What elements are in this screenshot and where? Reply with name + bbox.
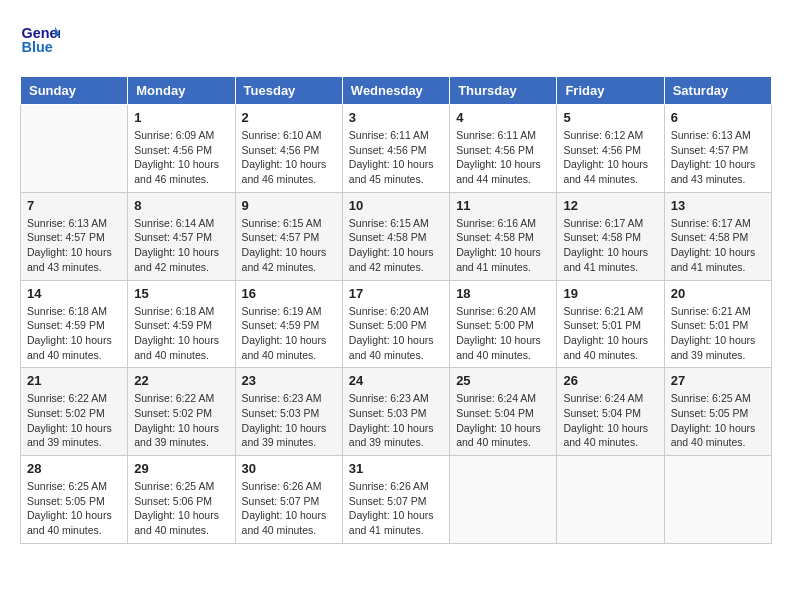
calendar-week-3: 14Sunrise: 6:18 AMSunset: 4:59 PMDayligh…	[21, 280, 772, 368]
day-info: Sunrise: 6:12 AMSunset: 4:56 PMDaylight:…	[563, 128, 657, 187]
calendar-table: SundayMondayTuesdayWednesdayThursdayFrid…	[20, 76, 772, 544]
day-info: Sunrise: 6:15 AMSunset: 4:57 PMDaylight:…	[242, 216, 336, 275]
day-of-week-sunday: Sunday	[21, 77, 128, 105]
day-number: 19	[563, 286, 657, 301]
day-number: 28	[27, 461, 121, 476]
calendar-week-4: 21Sunrise: 6:22 AMSunset: 5:02 PMDayligh…	[21, 368, 772, 456]
day-number: 26	[563, 373, 657, 388]
calendar-cell: 25Sunrise: 6:24 AMSunset: 5:04 PMDayligh…	[450, 368, 557, 456]
calendar-cell	[450, 456, 557, 544]
day-number: 6	[671, 110, 765, 125]
day-info: Sunrise: 6:11 AMSunset: 4:56 PMDaylight:…	[456, 128, 550, 187]
day-info: Sunrise: 6:19 AMSunset: 4:59 PMDaylight:…	[242, 304, 336, 363]
calendar-cell: 30Sunrise: 6:26 AMSunset: 5:07 PMDayligh…	[235, 456, 342, 544]
day-info: Sunrise: 6:22 AMSunset: 5:02 PMDaylight:…	[27, 391, 121, 450]
day-number: 21	[27, 373, 121, 388]
calendar-cell: 5Sunrise: 6:12 AMSunset: 4:56 PMDaylight…	[557, 105, 664, 193]
day-info: Sunrise: 6:16 AMSunset: 4:58 PMDaylight:…	[456, 216, 550, 275]
calendar-cell: 18Sunrise: 6:20 AMSunset: 5:00 PMDayligh…	[450, 280, 557, 368]
calendar-cell: 3Sunrise: 6:11 AMSunset: 4:56 PMDaylight…	[342, 105, 449, 193]
day-info: Sunrise: 6:13 AMSunset: 4:57 PMDaylight:…	[671, 128, 765, 187]
day-info: Sunrise: 6:26 AMSunset: 5:07 PMDaylight:…	[349, 479, 443, 538]
calendar-cell	[557, 456, 664, 544]
day-number: 14	[27, 286, 121, 301]
day-info: Sunrise: 6:18 AMSunset: 4:59 PMDaylight:…	[134, 304, 228, 363]
day-number: 20	[671, 286, 765, 301]
day-number: 22	[134, 373, 228, 388]
calendar-cell: 2Sunrise: 6:10 AMSunset: 4:56 PMDaylight…	[235, 105, 342, 193]
day-number: 29	[134, 461, 228, 476]
day-info: Sunrise: 6:22 AMSunset: 5:02 PMDaylight:…	[134, 391, 228, 450]
calendar-body: 1Sunrise: 6:09 AMSunset: 4:56 PMDaylight…	[21, 105, 772, 544]
day-info: Sunrise: 6:13 AMSunset: 4:57 PMDaylight:…	[27, 216, 121, 275]
calendar-cell: 31Sunrise: 6:26 AMSunset: 5:07 PMDayligh…	[342, 456, 449, 544]
calendar-cell: 20Sunrise: 6:21 AMSunset: 5:01 PMDayligh…	[664, 280, 771, 368]
day-number: 9	[242, 198, 336, 213]
day-number: 17	[349, 286, 443, 301]
calendar-cell: 19Sunrise: 6:21 AMSunset: 5:01 PMDayligh…	[557, 280, 664, 368]
calendar-cell: 26Sunrise: 6:24 AMSunset: 5:04 PMDayligh…	[557, 368, 664, 456]
day-number: 25	[456, 373, 550, 388]
day-number: 15	[134, 286, 228, 301]
day-info: Sunrise: 6:15 AMSunset: 4:58 PMDaylight:…	[349, 216, 443, 275]
day-info: Sunrise: 6:26 AMSunset: 5:07 PMDaylight:…	[242, 479, 336, 538]
calendar-cell	[664, 456, 771, 544]
day-info: Sunrise: 6:20 AMSunset: 5:00 PMDaylight:…	[349, 304, 443, 363]
logo-icon: General Blue	[20, 20, 60, 60]
day-info: Sunrise: 6:24 AMSunset: 5:04 PMDaylight:…	[563, 391, 657, 450]
day-number: 24	[349, 373, 443, 388]
day-of-week-friday: Friday	[557, 77, 664, 105]
day-of-week-monday: Monday	[128, 77, 235, 105]
page-header: General Blue	[20, 20, 772, 60]
day-number: 30	[242, 461, 336, 476]
calendar-cell: 4Sunrise: 6:11 AMSunset: 4:56 PMDaylight…	[450, 105, 557, 193]
day-info: Sunrise: 6:24 AMSunset: 5:04 PMDaylight:…	[456, 391, 550, 450]
svg-text:General: General	[22, 25, 60, 41]
calendar-cell: 14Sunrise: 6:18 AMSunset: 4:59 PMDayligh…	[21, 280, 128, 368]
calendar-cell: 21Sunrise: 6:22 AMSunset: 5:02 PMDayligh…	[21, 368, 128, 456]
day-number: 5	[563, 110, 657, 125]
day-info: Sunrise: 6:21 AMSunset: 5:01 PMDaylight:…	[671, 304, 765, 363]
day-number: 18	[456, 286, 550, 301]
day-number: 10	[349, 198, 443, 213]
day-info: Sunrise: 6:23 AMSunset: 5:03 PMDaylight:…	[349, 391, 443, 450]
day-number: 1	[134, 110, 228, 125]
calendar-cell: 24Sunrise: 6:23 AMSunset: 5:03 PMDayligh…	[342, 368, 449, 456]
day-info: Sunrise: 6:17 AMSunset: 4:58 PMDaylight:…	[671, 216, 765, 275]
day-info: Sunrise: 6:21 AMSunset: 5:01 PMDaylight:…	[563, 304, 657, 363]
day-number: 11	[456, 198, 550, 213]
calendar-cell: 9Sunrise: 6:15 AMSunset: 4:57 PMDaylight…	[235, 192, 342, 280]
calendar-cell: 7Sunrise: 6:13 AMSunset: 4:57 PMDaylight…	[21, 192, 128, 280]
logo: General Blue	[20, 20, 64, 60]
day-info: Sunrise: 6:18 AMSunset: 4:59 PMDaylight:…	[27, 304, 121, 363]
calendar-cell: 29Sunrise: 6:25 AMSunset: 5:06 PMDayligh…	[128, 456, 235, 544]
day-number: 27	[671, 373, 765, 388]
day-number: 23	[242, 373, 336, 388]
calendar-cell: 1Sunrise: 6:09 AMSunset: 4:56 PMDaylight…	[128, 105, 235, 193]
day-of-week-tuesday: Tuesday	[235, 77, 342, 105]
calendar-week-1: 1Sunrise: 6:09 AMSunset: 4:56 PMDaylight…	[21, 105, 772, 193]
day-number: 16	[242, 286, 336, 301]
day-info: Sunrise: 6:25 AMSunset: 5:06 PMDaylight:…	[134, 479, 228, 538]
calendar-cell: 10Sunrise: 6:15 AMSunset: 4:58 PMDayligh…	[342, 192, 449, 280]
day-info: Sunrise: 6:17 AMSunset: 4:58 PMDaylight:…	[563, 216, 657, 275]
calendar-cell: 15Sunrise: 6:18 AMSunset: 4:59 PMDayligh…	[128, 280, 235, 368]
calendar-cell: 8Sunrise: 6:14 AMSunset: 4:57 PMDaylight…	[128, 192, 235, 280]
day-info: Sunrise: 6:23 AMSunset: 5:03 PMDaylight:…	[242, 391, 336, 450]
day-info: Sunrise: 6:25 AMSunset: 5:05 PMDaylight:…	[671, 391, 765, 450]
day-number: 12	[563, 198, 657, 213]
day-info: Sunrise: 6:14 AMSunset: 4:57 PMDaylight:…	[134, 216, 228, 275]
calendar-cell: 27Sunrise: 6:25 AMSunset: 5:05 PMDayligh…	[664, 368, 771, 456]
calendar-cell: 12Sunrise: 6:17 AMSunset: 4:58 PMDayligh…	[557, 192, 664, 280]
calendar-cell: 23Sunrise: 6:23 AMSunset: 5:03 PMDayligh…	[235, 368, 342, 456]
day-number: 13	[671, 198, 765, 213]
calendar-cell: 28Sunrise: 6:25 AMSunset: 5:05 PMDayligh…	[21, 456, 128, 544]
day-number: 31	[349, 461, 443, 476]
calendar-cell: 16Sunrise: 6:19 AMSunset: 4:59 PMDayligh…	[235, 280, 342, 368]
day-info: Sunrise: 6:20 AMSunset: 5:00 PMDaylight:…	[456, 304, 550, 363]
days-of-week-header: SundayMondayTuesdayWednesdayThursdayFrid…	[21, 77, 772, 105]
calendar-cell: 6Sunrise: 6:13 AMSunset: 4:57 PMDaylight…	[664, 105, 771, 193]
day-number: 4	[456, 110, 550, 125]
day-info: Sunrise: 6:09 AMSunset: 4:56 PMDaylight:…	[134, 128, 228, 187]
day-of-week-saturday: Saturday	[664, 77, 771, 105]
